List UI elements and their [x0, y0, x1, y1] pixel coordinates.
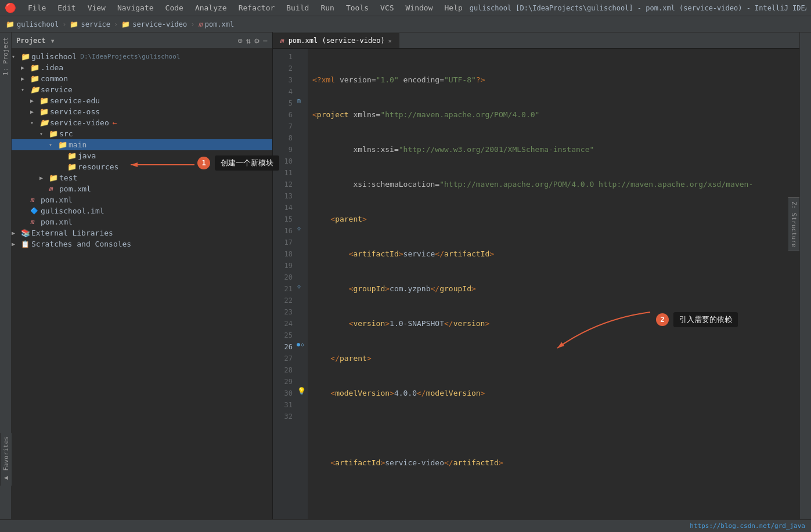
line-numbers: 1 2 3 4 5 6 7 8 9 10 11 12 13 14 15 16 1: [273, 49, 296, 532]
tree-item-service-edu[interactable]: ▶ 📁 service-edu: [12, 95, 272, 106]
code-editor[interactable]: 1 2 3 4 5 6 7 8 9 10 11 12 13 14 15 16 1: [273, 49, 799, 532]
window-title: gulischool [D:\IdeaProjects\gulischool] …: [470, 4, 806, 12]
panel-actions: ⊕ ⇅ ⚙ −: [237, 36, 268, 45]
tree-item-service-oss[interactable]: ▶ 📁 service-oss: [12, 106, 272, 117]
tree-item-scratches[interactable]: ▶ 📋 Scratches and Consoles: [12, 238, 272, 249]
tree-item-external-libs[interactable]: ▶ 📚 External Libraries: [12, 227, 272, 238]
tree-item-gulischool-iml[interactable]: ▷ 🔷 gulischool.iml: [12, 205, 272, 216]
menu-view[interactable]: View: [83, 2, 110, 13]
breadcrumb-item-pom[interactable]: m pom.xml: [198, 20, 234, 28]
menu-edit[interactable]: Edit: [53, 2, 80, 13]
tree-item-pom-video[interactable]: ▷ m pom.xml: [12, 183, 272, 194]
breadcrumb: 📁 gulischool › 📁 service › 📁 service-vid…: [0, 16, 811, 32]
tree-item-service[interactable]: ▾ 📁 service: [12, 84, 272, 95]
panel-close-icon[interactable]: −: [263, 36, 268, 45]
code-content[interactable]: <?xml version="1.0" encoding="UTF-8"?> <…: [308, 49, 799, 532]
menu-vcs[interactable]: VCS: [376, 2, 398, 13]
menu-code[interactable]: Code: [161, 2, 188, 13]
editor-tab-pom[interactable]: m pom.xml (service-video) ✕: [273, 33, 399, 48]
file-tree: ▾ 📁 gulischool D:\IdeaProjects\gulischoo…: [12, 49, 272, 532]
tree-item-resources[interactable]: ▶ 📁 resources: [12, 161, 272, 172]
tree-item-common[interactable]: ▶ 📁 common: [12, 73, 272, 84]
menu-bar: 🔴 File Edit View Navigate Code Analyze R…: [0, 0, 811, 16]
menu-run[interactable]: Run: [316, 2, 338, 13]
panel-dropdown-arrow[interactable]: ▾: [51, 36, 55, 45]
breadcrumb-item-service-video[interactable]: 📁 service-video: [121, 20, 187, 28]
tab-close-icon[interactable]: ✕: [388, 38, 392, 44]
project-tab-label[interactable]: 1: Project: [0, 32, 11, 80]
menu-navigate[interactable]: Navigate: [113, 2, 158, 13]
editor-tabs: m pom.xml (service-video) ✕: [273, 32, 799, 49]
right-side-tabs: [799, 32, 811, 532]
status-bar: https://blog.csdn.net/grd_java: [0, 519, 811, 532]
project-panel: Project ▾ ⊕ ⇅ ⚙ − ▾ 📁 gulischool D:\Idea…: [12, 32, 273, 532]
panel-title: Project: [16, 37, 46, 45]
tree-item-idea[interactable]: ▶ 📁 .idea: [12, 62, 272, 73]
tree-item-pom-service[interactable]: ▷ m pom.xml: [12, 194, 272, 205]
menu-window[interactable]: Window: [401, 2, 438, 13]
tree-item-pom-root[interactable]: ▷ m pom.xml: [12, 216, 272, 227]
z-structure-tab[interactable]: Z: Structure: [788, 197, 799, 251]
menu-tools[interactable]: Tools: [341, 2, 373, 13]
favorites-tab[interactable]: ▶ Favorites: [0, 433, 12, 486]
menu-refactor[interactable]: Refactor: [234, 2, 280, 13]
panel-add-icon[interactable]: ⊕: [237, 36, 242, 45]
panel-header: Project ▾ ⊕ ⇅ ⚙ −: [12, 32, 272, 49]
tree-item-src[interactable]: ▾ 📁 src: [12, 128, 272, 139]
tree-item-service-video[interactable]: ▾ 📁 service-video ←: [12, 117, 272, 128]
tree-item-gulischool[interactable]: ▾ 📁 gulischool D:\IdeaProjects\gulischoo…: [12, 51, 272, 62]
menu-help[interactable]: Help: [440, 2, 467, 13]
editor-area: m pom.xml (service-video) ✕ 1 2 3 4 5 6 …: [273, 32, 799, 532]
tree-item-main[interactable]: ▾ 📁 main: [12, 139, 272, 150]
tree-item-java[interactable]: ▶ 📁 java: [12, 150, 272, 161]
gutter: m ◇ ◇: [296, 49, 308, 532]
app-logo: 🔴: [5, 2, 16, 14]
tree-item-test[interactable]: ▶ 📁 test: [12, 172, 272, 183]
panel-settings-icon[interactable]: ⚙: [254, 36, 259, 45]
menu-build[interactable]: Build: [282, 2, 313, 13]
panel-collapse-icon[interactable]: ⇅: [246, 36, 251, 45]
breadcrumb-item-gulischool[interactable]: 📁 gulischool: [6, 20, 59, 28]
menu-file[interactable]: File: [23, 2, 51, 13]
status-url[interactable]: https://blog.csdn.net/grd_java: [690, 522, 805, 530]
menu-analyze[interactable]: Analyze: [190, 2, 232, 13]
breadcrumb-item-service[interactable]: 📁 service: [70, 20, 110, 28]
